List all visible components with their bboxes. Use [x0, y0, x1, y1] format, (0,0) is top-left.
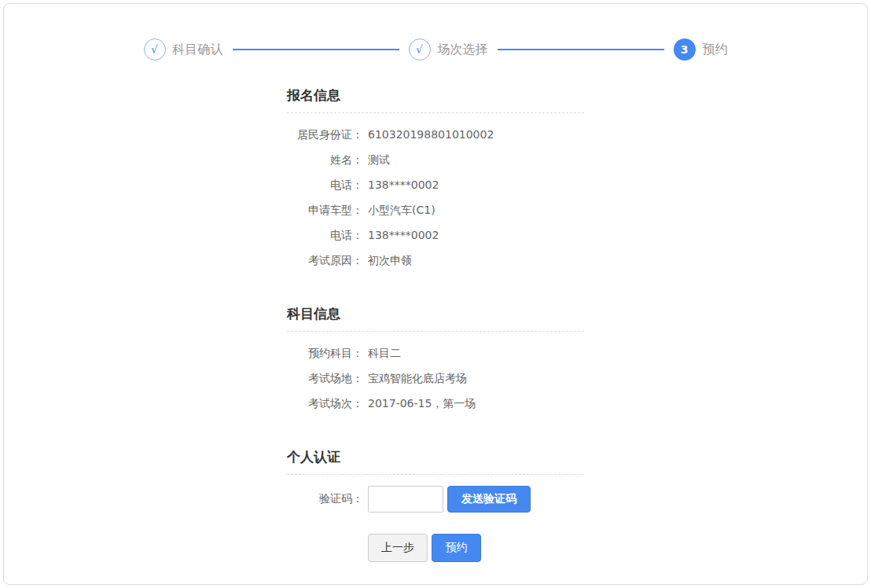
- row-value: 2017-06-15，第一场: [368, 397, 476, 411]
- row-exam-session: 考试场次： 2017-06-15，第一场: [287, 391, 584, 417]
- row-phone: 电话： 138****0002: [287, 173, 584, 198]
- step-done-check-icon: √: [409, 39, 431, 61]
- step-label-appointment: 预约: [703, 42, 728, 58]
- row-label: 居民身份证：: [287, 128, 363, 142]
- row-label: 考试原因：: [287, 254, 363, 268]
- step-number: 3: [681, 43, 689, 56]
- verification-code-label: 验证码：: [287, 492, 363, 506]
- row-phone-2: 电话： 138****0002: [287, 223, 584, 248]
- stepper-connector: [233, 49, 399, 50]
- appointment-page: √ 科目确认 √ 场次选择 3 预约 报名信息 居民身份证：: [3, 3, 868, 585]
- step-appointment: 3 预约: [674, 39, 728, 61]
- step-number-badge: 3: [674, 39, 696, 61]
- row-label: 姓名：: [287, 153, 363, 167]
- row-label: 申请车型：: [287, 204, 363, 218]
- row-name: 姓名： 测试: [287, 148, 584, 173]
- row-value: 科目二: [368, 347, 401, 361]
- section-title-subject: 科目信息: [287, 305, 584, 323]
- row-exam-site: 考试场地： 宝鸡智能化底店考场: [287, 366, 584, 391]
- send-code-button[interactable]: 发送验证码: [447, 486, 531, 513]
- footer-actions: 上一步 预约: [287, 534, 584, 562]
- step-label-subject-confirm: 科目确认: [173, 42, 223, 58]
- row-value: 138****0002: [368, 178, 439, 193]
- row-value: 宝鸡智能化底店考场: [368, 372, 467, 386]
- row-label: 预约科目：: [287, 347, 363, 361]
- row-booked-subject: 预约科目： 科目二: [287, 341, 584, 366]
- section-title-registration: 报名信息: [287, 86, 584, 105]
- step-subject-confirm: √ 科目确认: [144, 39, 223, 61]
- subject-rows: 预约科目： 科目二 考试场地： 宝鸡智能化底店考场 考试场次： 2017-06-…: [287, 341, 584, 417]
- row-value: 610320198801010002: [368, 128, 494, 142]
- row-label: 电话：: [287, 229, 363, 243]
- step-label-session-select: 场次选择: [438, 42, 488, 58]
- verification-code-input[interactable]: [368, 486, 443, 513]
- section-title-verification: 个人认证: [287, 448, 584, 466]
- book-appointment-button[interactable]: 预约: [432, 534, 481, 562]
- row-value: 初次申领: [368, 254, 412, 268]
- previous-step-button[interactable]: 上一步: [368, 534, 428, 562]
- row-value: 小型汽车(C1): [368, 204, 436, 218]
- main-content: 报名信息 居民身份证： 610320198801010002 姓名： 测试 电话…: [4, 86, 867, 562]
- row-exam-reason: 考试原因： 初次申领: [287, 248, 584, 274]
- row-vehicle-type: 申请车型： 小型汽车(C1): [287, 198, 584, 223]
- verification-code-row: 验证码： 发送验证码: [287, 486, 584, 513]
- section-subject-info: 科目信息 预约科目： 科目二 考试场地： 宝鸡智能化底店考场 考试场次： 201…: [287, 305, 584, 417]
- check-mark: √: [416, 43, 423, 56]
- row-label: 考试场次：: [287, 397, 363, 411]
- dashed-divider: [287, 331, 584, 332]
- dashed-divider: [287, 474, 584, 475]
- stepper-connector: [498, 49, 664, 50]
- row-label: 电话：: [287, 178, 363, 193]
- dashed-divider: [287, 112, 584, 113]
- row-value: 138****0002: [368, 229, 439, 243]
- registration-rows: 居民身份证： 610320198801010002 姓名： 测试 电话： 138…: [287, 123, 584, 274]
- row-label: 考试场地：: [287, 372, 363, 386]
- check-mark: √: [151, 43, 158, 56]
- step-session-select: √ 场次选择: [409, 39, 488, 61]
- stepper: √ 科目确认 √ 场次选择 3 预约: [4, 39, 867, 61]
- section-registration-info: 报名信息 居民身份证： 610320198801010002 姓名： 测试 电话…: [287, 86, 584, 274]
- row-value: 测试: [368, 153, 390, 167]
- row-id-number: 居民身份证： 610320198801010002: [287, 123, 584, 148]
- step-done-check-icon: √: [144, 39, 166, 61]
- section-personal-verification: 个人认证 验证码： 发送验证码: [287, 448, 584, 513]
